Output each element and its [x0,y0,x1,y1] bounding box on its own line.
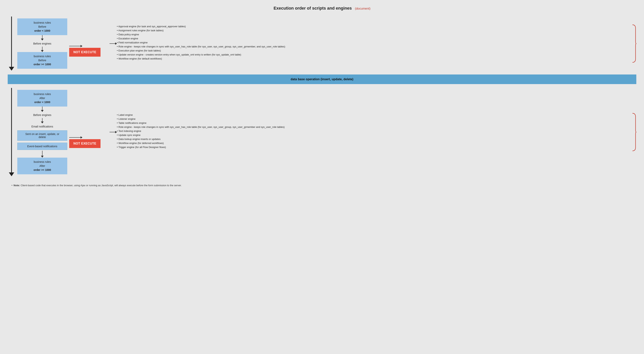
bottom-before-engines: Before engines [17,112,67,118]
bottom-email-notif: Email notifications [17,123,67,130]
footer-note: • Note: Client-based code that executes … [8,184,636,187]
list-item: Workflow engine (for default workflows) [117,57,632,61]
top-flow-steps: business rules Before order < 1000 Befor… [15,16,67,71]
list-item: Role engine - keeps role changes in sync… [117,125,632,129]
top-arrow-head [9,67,14,71]
top-right-brace [632,24,636,63]
doc-link[interactable]: (document) [355,7,370,10]
bottom-box2-line3: order >= 1000 [34,168,51,172]
bottom-box2-line1: business rules [34,160,51,163]
top-box2-line1: business rules [34,55,51,58]
bottom-arrow-head [9,173,14,176]
footer-body: Client-based code that executes in the b… [20,184,182,187]
list-item: Listener engine [117,117,632,121]
list-item: Trigger engine (for all Flow Designer fl… [117,145,632,149]
event-notif-label: Event-based notifications [27,145,57,148]
event-notif-box: Event-based notifications [17,143,67,150]
bottom-flow-steps: business rules After order < 1000 Before… [15,88,67,176]
top-big-arrow [8,16,15,71]
list-item: Table notifications engine [117,121,632,125]
top-box1: business rules Before order < 1000 [17,18,67,35]
list-item: Field normalization engine [117,40,632,44]
top-before-engines-label: Before engines [33,42,51,45]
bullet-symbol: • [12,184,12,187]
top-middle-col: NOT EXECUTE [67,16,106,71]
bottom-box1: business rules After order < 1000 [17,90,67,107]
bottom-not-execute: NOT EXECUTE [69,139,100,148]
list-item: Label engine [117,113,632,117]
list-item: Workflow engine (for deferred workflows) [117,141,632,145]
list-item: Data lookup engine inserts or updates [117,137,632,141]
list-item: Text indexing engine [117,129,632,133]
top-section: business rules Before order < 1000 Befor… [8,16,636,71]
list-item: Escalation engine [117,36,632,40]
sent-notif-label: Sent on an insert, update, or delete [25,133,60,139]
bottom-box1-line2: After [40,97,45,100]
footer-text: Note: Client-based code that executes in… [14,184,182,187]
top-not-execute-label: NOT EXECUTE [74,50,96,54]
top-arrow-line-right [69,46,81,46]
list-item: Update version engine - creates version … [117,53,632,57]
top-arrow-right [69,46,81,46]
bottom-right-col: Label engine Listener engine Table notif… [106,88,636,176]
bottom-big-arrow [8,88,15,176]
top-brace-wrapper: Approval engine (for task and sys_approv… [110,24,636,63]
sent-notif-box: Sent on an insert, update, or delete [17,130,67,141]
list-item: Assignment rules engine (for task tables… [117,28,632,32]
bottom-section: business rules After order < 1000 Before… [8,88,636,176]
bottom-email-notif-label: Email notifications [32,125,53,128]
title-text: Execution order of scripts and engines [274,6,352,10]
top-box2-line2: Before [38,59,46,62]
bottom-brace-wrapper: Label engine Listener engine Table notif… [110,113,636,151]
top-flow-with-arrow: business rules Before order < 1000 Befor… [8,16,67,71]
top-not-execute: NOT EXECUTE [69,48,100,57]
list-item: Data policy engine [117,32,632,36]
bottom-box2: business rules After order >= 1000 [17,158,67,174]
footer-note-content: • Note: Client-based code that executes … [12,184,636,187]
bottom-right-brace [632,113,636,151]
top-box1-line3: order < 1000 [34,29,50,32]
bottom-arrow-line-right [69,137,81,138]
top-box1-line1: business rules [34,21,51,24]
top-right-col: Approval engine (for task and sys_approv… [106,16,636,71]
db-bar: data base operation (insert, update, del… [8,74,636,84]
top-box1-line2: Before [38,25,46,28]
bottom-not-execute-label: NOT EXECUTE [74,142,96,145]
list-item: Update sync engine [117,133,632,137]
page-title: Execution order of scripts and engines (… [8,6,636,11]
top-engine-list: Approval engine (for task and sys_approv… [117,24,632,63]
list-item: Execution plan engine (for task tables) [117,49,632,53]
bottom-before-engines-label: Before engines [33,113,51,117]
bottom-middle-col: NOT EXECUTE [67,88,106,176]
bottom-engine-list: Label engine Listener engine Table notif… [117,113,632,151]
top-arrow-line [11,16,12,67]
bottom-arrow-right [69,137,81,138]
bottom-box1-line1: business rules [34,93,51,96]
top-box2: business rules Before order >= 1000 [17,52,67,69]
footer-bold: Note: [14,184,20,187]
bottom-arrow-line [11,88,12,173]
db-bar-label: data base operation (insert, update, del… [290,78,353,81]
bottom-flow-with-arrow: business rules After order < 1000 Before… [8,88,67,176]
diagram-container: business rules Before order < 1000 Befor… [8,16,636,187]
list-item: Role engine - keeps role changes in sync… [117,44,632,49]
list-item: Approval engine (for task and sys_approv… [117,24,632,28]
bottom-box1-line3: order < 1000 [34,101,50,104]
top-before-engines: Before engines [17,40,67,47]
top-box2-line3: order >= 1000 [34,63,51,66]
bottom-box2-line2: After [40,164,45,168]
